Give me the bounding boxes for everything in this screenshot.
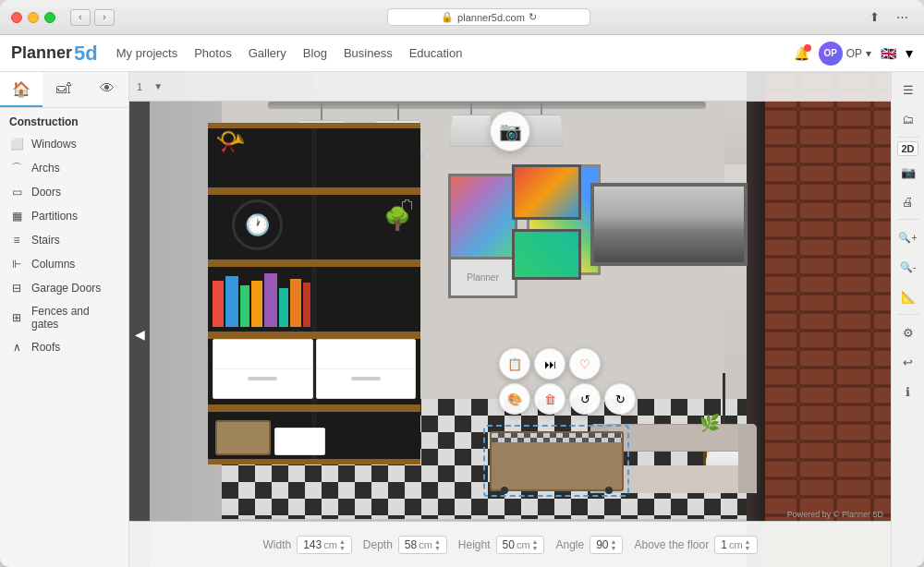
garage-icon: ⊟ xyxy=(9,281,24,296)
fences-icon: ⊞ xyxy=(9,310,24,325)
brand-num: 5d xyxy=(74,42,98,66)
flip-button[interactable]: ⏭ xyxy=(534,348,565,380)
sidebar-item-stairs[interactable]: ≡ Stairs xyxy=(0,228,128,252)
floor-value: 1 xyxy=(721,538,727,551)
sidebar-tab-view[interactable]: 👁 xyxy=(86,72,128,107)
angle-value: 90 xyxy=(596,538,608,551)
navbar: Planner 5d My projects Photos Gallery Bl… xyxy=(0,35,924,72)
nav-my-projects[interactable]: My projects xyxy=(116,44,177,62)
depth-value-box[interactable]: 58 cm ▲▼ xyxy=(398,536,447,554)
painting-brick-1 xyxy=(512,164,581,220)
brand-text: Planner xyxy=(11,43,72,63)
refresh-icon[interactable]: ↻ xyxy=(529,11,537,23)
width-label: Width xyxy=(263,538,292,551)
maximize-button[interactable] xyxy=(44,12,55,23)
painting-small: Planner xyxy=(448,257,517,298)
url-text: planner5d.com xyxy=(457,12,525,23)
left-nav-button[interactable]: ◀ xyxy=(129,102,150,567)
back-button[interactable]: ‹ xyxy=(70,9,91,26)
sidebar-item-partitions[interactable]: ▦ Partitions xyxy=(0,204,128,228)
zoom-in-tool[interactable]: 🔍+ xyxy=(894,223,922,251)
print-tool[interactable]: 🖨 xyxy=(894,187,922,215)
sidebar-item-fences[interactable]: ⊞ Fences and gates xyxy=(0,300,128,335)
rotate-right-button[interactable]: ↻ xyxy=(604,383,636,415)
stairs-label: Stairs xyxy=(31,234,60,247)
sidebar-tab-furniture[interactable]: 🛋 xyxy=(43,72,85,107)
catalog-tool[interactable]: 🗂 xyxy=(894,105,922,133)
close-button[interactable] xyxy=(11,12,22,23)
navbar-right: 🔔 OP OP ▾ 🇬🇧 ▾ xyxy=(794,42,913,66)
user-dropdown-icon: ▾ xyxy=(866,47,871,60)
separator-3 xyxy=(897,314,919,315)
sidebar-item-roofs[interactable]: ∧ Roofs xyxy=(0,335,128,359)
browser-nav: ‹ › xyxy=(70,9,115,26)
partitions-icon: ▦ xyxy=(9,209,24,223)
camera-button[interactable]: 📷 xyxy=(490,111,530,151)
render-tool[interactable]: 📷 xyxy=(894,158,922,186)
separator-2 xyxy=(897,219,919,220)
height-group: Height 50 cm ▲▼ xyxy=(458,536,545,554)
more-button[interactable]: ⋯ xyxy=(891,6,913,29)
paint-button[interactable]: 🎨 xyxy=(499,383,530,415)
titlebar: ‹ › 🔒 planner5d.com ↻ ⬆ ⋯ xyxy=(0,0,924,35)
rotate-left-button[interactable]: ↺ xyxy=(569,383,601,415)
language-flag[interactable]: 🇬🇧 xyxy=(881,46,896,61)
nav-business[interactable]: Business xyxy=(344,44,393,62)
sidebar-item-garage-doors[interactable]: ⊟ Garage Doors xyxy=(0,276,128,300)
sidebar-tab-build[interactable]: 🏠 xyxy=(0,72,43,107)
floor-value-box[interactable]: 1 cm ▲▼ xyxy=(714,536,757,554)
height-arrows[interactable]: ▲▼ xyxy=(532,538,539,551)
notification-button[interactable]: 🔔 xyxy=(794,46,809,61)
nav-education[interactable]: Education xyxy=(409,44,463,62)
canvas-filter-icon[interactable]: ▼ xyxy=(153,81,163,91)
sidebar-item-columns[interactable]: ⊩ Columns xyxy=(0,252,128,276)
svg-rect-2 xyxy=(761,72,891,567)
depth-arrows[interactable]: ▲▼ xyxy=(434,538,441,551)
depth-value: 58 xyxy=(405,538,417,551)
light-3 xyxy=(449,102,493,157)
zoom-out-tool[interactable]: 🔍- xyxy=(894,253,922,281)
menu-tool[interactable]: ☰ xyxy=(894,76,922,103)
main-content: 🏠 🛋 👁 Construction ⬜ Windows ⌒ Archs ▭ D… xyxy=(0,72,924,567)
sidebar-item-archs[interactable]: ⌒ Archs xyxy=(0,156,128,180)
favorite-button[interactable]: ♡ xyxy=(569,348,601,380)
delete-button[interactable]: 🗑 xyxy=(534,383,565,415)
height-value-box[interactable]: 50 cm ▲▼ xyxy=(496,536,545,554)
sidebar-item-doors[interactable]: ▭ Doors xyxy=(0,180,128,204)
depth-unit: cm xyxy=(419,539,432,550)
copy-button[interactable]: 📋 xyxy=(499,348,530,380)
angle-arrows[interactable]: ▲▼ xyxy=(611,538,617,551)
width-value-box[interactable]: 143 cm ▲▼ xyxy=(297,536,352,554)
selection-ring xyxy=(483,425,629,497)
roofs-label: Roofs xyxy=(31,341,60,354)
sidebar-item-windows[interactable]: ⬜ Windows xyxy=(0,132,128,156)
archs-icon: ⌒ xyxy=(9,161,24,175)
sidebar: 🏠 🛋 👁 Construction ⬜ Windows ⌒ Archs ▭ D… xyxy=(0,72,129,567)
doors-icon: ▭ xyxy=(9,185,24,199)
user-menu[interactable]: OP OP ▾ xyxy=(819,42,871,66)
url-bar[interactable]: 🔒 planner5d.com ↻ xyxy=(387,8,590,26)
depth-group: Depth 58 cm ▲▼ xyxy=(363,536,447,554)
info-tool[interactable]: ℹ xyxy=(894,378,922,405)
action-buttons: 📋 ⏭ ♡ 🎨 🗑 ↺ ↻ xyxy=(499,348,636,415)
nav-photos[interactable]: Photos xyxy=(194,44,231,62)
doors-label: Doors xyxy=(31,186,61,199)
forward-button[interactable]: › xyxy=(94,9,115,26)
angle-value-box[interactable]: 90 ▲▼ xyxy=(590,536,623,554)
canvas-area[interactable]: 1 ▼ 📷 xyxy=(129,72,891,567)
painting-brick-2 xyxy=(512,229,581,280)
nav-gallery[interactable]: Gallery xyxy=(249,44,286,62)
windows-icon: ⬜ xyxy=(9,137,24,151)
width-arrows[interactable]: ▲▼ xyxy=(339,538,346,551)
settings-tool[interactable]: ⚙ xyxy=(894,319,922,346)
2d-view-button[interactable]: 2D xyxy=(897,141,918,156)
minimize-button[interactable] xyxy=(28,12,39,23)
floor-arrows[interactable]: ▲▼ xyxy=(745,538,751,551)
nav-blog[interactable]: Blog xyxy=(303,44,327,62)
share-button[interactable]: ⬆ xyxy=(863,6,885,29)
measure-tool[interactable]: 📐 xyxy=(894,283,922,310)
language-dropdown-icon: ▾ xyxy=(906,44,913,62)
share-tool[interactable]: ↩ xyxy=(894,348,922,376)
floor-unit: cm xyxy=(729,539,743,550)
bookshelf: 🕐 🌳 xyxy=(208,123,420,464)
